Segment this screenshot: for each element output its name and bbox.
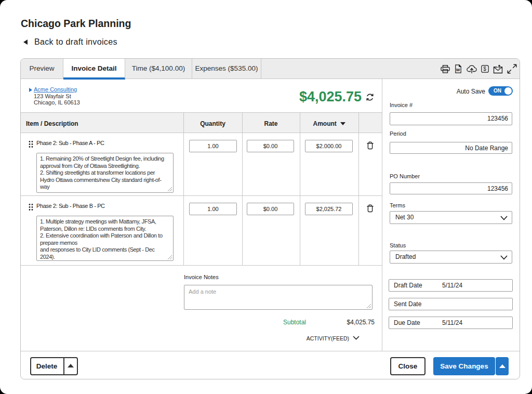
svg-text:W: W: [456, 68, 460, 72]
svg-text:$: $: [483, 66, 486, 72]
